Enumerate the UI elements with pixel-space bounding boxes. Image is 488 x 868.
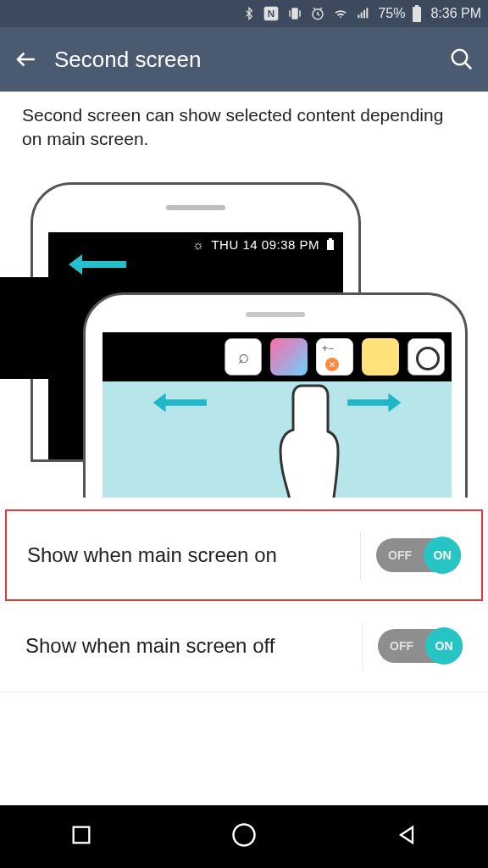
toggle-off-label: OFF [388,548,412,562]
svg-rect-17 [73,827,89,843]
toggle-show-when-on[interactable]: OFF ON [376,538,461,572]
brightness-icon: ☼ [192,237,204,252]
nav-back-button[interactable] [395,823,419,850]
swipe-right-icon [338,392,404,417]
svg-rect-6 [358,14,360,18]
toggle-off-label: OFF [390,639,413,653]
svg-rect-4 [300,10,302,17]
svg-rect-2 [292,8,299,19]
svg-point-14 [452,50,468,65]
status-time: 8:36 PM [430,6,481,21]
svg-rect-16 [329,238,332,240]
back-button[interactable] [14,47,47,72]
search-button[interactable] [441,47,474,72]
svg-rect-8 [363,10,365,18]
illustration: ☼ THU 14 09:38 PM ⌕ [0,167,488,498]
wifi-icon [332,7,349,20]
status-bar: N 75% 8:36 PM [0,0,488,27]
illustration-secbar-text: THU 14 09:38 PM [211,237,319,252]
setting-label: Show when main screen off [25,634,347,658]
signal-icon [356,7,371,20]
toggle-on-knob: ON [424,537,461,574]
content-area: Second screen can show selected content … [0,92,488,693]
navigation-bar [0,805,488,868]
finger-illustration [272,381,340,498]
setting-label: Show when main screen on [27,543,345,567]
nav-recents-button[interactable] [69,823,93,850]
svg-rect-3 [290,10,291,17]
app-icon-gallery [270,338,308,376]
toggle-show-when-off[interactable]: OFF ON [378,629,463,663]
phone-front-illustration: ⌕ [83,292,468,498]
battery-percent: 75% [378,6,405,21]
bluetooth-icon [242,6,256,21]
alarm-icon [310,6,325,21]
settings-list: Show when main screen on OFF ON Show whe… [0,509,488,693]
app-icon-notes [362,338,399,376]
vibrate-icon [286,6,303,21]
svg-rect-11 [415,5,419,7]
toggle-on-knob: ON [425,627,463,665]
svg-rect-7 [361,13,363,19]
svg-rect-13 [413,10,420,21]
app-icon-calculator [316,338,353,376]
swipe-left-icon [150,392,216,417]
description-text: Second screen can show selected content … [0,92,488,167]
setting-show-when-on[interactable]: Show when main screen on OFF ON [5,509,483,601]
app-icon-qmemo: ⌕ [225,338,262,376]
page-title: Second screen [54,47,441,73]
swipe-left-arrow-icon [67,253,135,280]
setting-show-when-off[interactable]: Show when main screen off OFF ON [0,601,488,693]
nav-home-button[interactable] [231,822,257,851]
svg-rect-15 [327,240,334,250]
nfc-icon: N [263,5,280,22]
battery-icon [412,5,422,22]
svg-point-18 [233,825,254,846]
svg-text:N: N [268,8,274,19]
app-header: Second screen [0,27,488,92]
svg-rect-9 [367,8,369,18]
battery-icon [326,238,335,250]
app-icon-camera [408,338,445,376]
